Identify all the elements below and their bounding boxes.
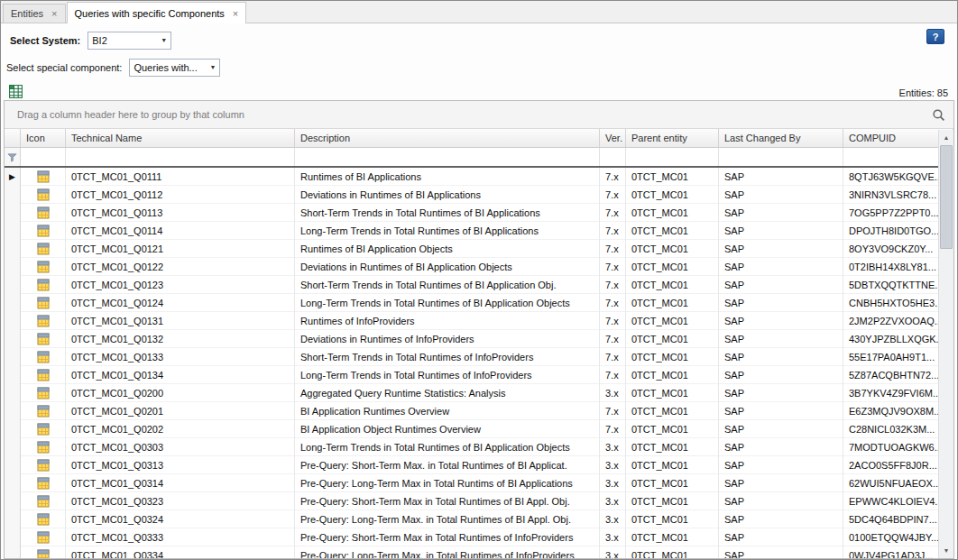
table-row[interactable]: ▶ 0TCT_MC01_Q0112 Deviations in Runtimes… xyxy=(5,186,953,204)
row-indicator: ▶ xyxy=(5,420,21,438)
cell-parent-entity: 0TCT_MC01 xyxy=(626,258,719,276)
cell-compuid: 3B7YKV4Z9FVI6M... xyxy=(843,384,953,402)
column-header-technical-name[interactable]: Technical Name xyxy=(66,129,295,147)
group-by-panel-text: Drag a column header here to group by th… xyxy=(17,109,244,120)
cell-description: Runtimes of InfoProviders xyxy=(295,312,600,330)
scroll-up-icon[interactable]: ▲ xyxy=(939,130,953,145)
cell-version: 7.x xyxy=(600,366,626,384)
header-indicator-cell xyxy=(5,129,21,147)
cell-last-changed-by: SAP xyxy=(719,438,843,456)
tab-queries-close-icon[interactable]: × xyxy=(233,9,238,18)
cell-compuid: CNBH5HXTO5HE3... xyxy=(843,294,953,312)
column-header-version[interactable]: Ver. xyxy=(600,129,626,147)
table-row[interactable]: ▶ 0TCT_MC01_Q0113 Short-Term Trends in T… xyxy=(5,204,953,222)
cell-version: 7.x xyxy=(600,168,626,186)
cell-technical-name: 0TCT_MC01_Q0132 xyxy=(66,330,295,348)
cell-parent-entity: 0TCT_MC01 xyxy=(626,492,719,510)
cell-technical-name: 0TCT_MC01_Q0121 xyxy=(66,240,295,258)
table-row[interactable]: ▶ 0TCT_MC01_Q0333 Pre-Query: Short-Term … xyxy=(5,528,953,546)
tab-queries-with-components[interactable]: Queries with specific Components × xyxy=(67,2,247,23)
component-combo[interactable]: Queries with... ▼ xyxy=(129,59,220,77)
query-icon xyxy=(37,188,50,201)
row-indicator: ▶ xyxy=(5,222,21,240)
cell-description: Long-Term Trends in Total Runtimes of In… xyxy=(295,366,600,384)
table-row[interactable]: ▶ 0TCT_MC01_Q0313 Pre-Query: Short-Term … xyxy=(5,456,953,474)
row-indicator: ▶ xyxy=(5,240,21,258)
group-by-panel[interactable]: Drag a column header here to group by th… xyxy=(5,101,953,129)
table-row[interactable]: ▶ 0TCT_MC01_Q0200 Aggregated Query Runti… xyxy=(5,384,953,402)
filter-cell-version[interactable] xyxy=(600,148,626,166)
table-row[interactable]: ▶ 0TCT_MC01_Q0132 Deviations in Runtimes… xyxy=(5,330,953,348)
table-row[interactable]: ▶ 0TCT_MC01_Q0323 Pre-Query: Short-Term … xyxy=(5,492,953,510)
select-component-row: Select special component: Queries with..… xyxy=(6,58,957,77)
filter-cell-icon[interactable] xyxy=(21,148,66,166)
cell-parent-entity: 0TCT_MC01 xyxy=(626,204,719,222)
table-row[interactable]: ▶ 0TCT_MC01_Q0324 Pre-Query: Long-Term M… xyxy=(5,510,953,528)
cell-technical-name: 0TCT_MC01_Q0131 xyxy=(66,312,295,330)
table-row[interactable]: ▶ 0TCT_MC01_Q0303 Long-Term Trends in To… xyxy=(5,438,953,456)
vertical-scrollbar[interactable]: ▲ ▼ xyxy=(938,130,953,558)
app-window: Entities × Queries with specific Compone… xyxy=(0,0,958,560)
cell-technical-name: 0TCT_MC01_Q0334 xyxy=(66,546,295,558)
search-button[interactable] xyxy=(928,106,948,124)
cell-version: 3.x xyxy=(600,492,626,510)
table-row[interactable]: ▶ 0TCT_MC01_Q0202 BI Application Object … xyxy=(5,420,953,438)
column-header-icon[interactable]: Icon xyxy=(21,129,66,147)
cell-last-changed-by: SAP xyxy=(719,330,843,348)
cell-version: 3.x xyxy=(600,528,626,546)
cell-version: 7.x xyxy=(600,294,626,312)
query-icon xyxy=(37,477,50,490)
cell-parent-entity: 0TCT_MC01 xyxy=(626,402,719,420)
scroll-down-icon[interactable]: ▼ xyxy=(939,543,953,558)
tab-entities[interactable]: Entities × xyxy=(3,4,66,23)
column-header-description[interactable]: Description xyxy=(295,129,600,147)
filter-cell-description[interactable] xyxy=(295,148,600,166)
row-icon-cell xyxy=(21,402,66,420)
cell-last-changed-by: SAP xyxy=(719,258,843,276)
column-header-compuid[interactable]: COMPUID xyxy=(843,129,953,147)
cell-compuid: 7MODTUOAGKW6... xyxy=(843,438,953,456)
cell-version: 3.x xyxy=(600,474,626,492)
cell-last-changed-by: SAP xyxy=(719,366,843,384)
cell-last-changed-by: SAP xyxy=(719,456,843,474)
column-header-parent-entity[interactable]: Parent entity xyxy=(626,129,719,147)
table-row[interactable]: ▶ 0TCT_MC01_Q0111 Runtimes of BI Applica… xyxy=(5,168,953,186)
table-row[interactable]: ▶ 0TCT_MC01_Q0122 Deviations in Runtimes… xyxy=(5,258,953,276)
table-row[interactable]: ▶ 0TCT_MC01_Q0133 Short-Term Trends in T… xyxy=(5,348,953,366)
filter-cell-technical-name[interactable] xyxy=(66,148,295,166)
data-grid: Drag a column header here to group by th… xyxy=(4,100,954,559)
cell-last-changed-by: SAP xyxy=(719,492,843,510)
row-indicator: ▶ xyxy=(5,258,21,276)
filter-cell-last-changed-by[interactable] xyxy=(719,148,843,166)
cell-parent-entity: 0TCT_MC01 xyxy=(626,348,719,366)
export-excel-icon[interactable] xyxy=(8,84,24,100)
column-header-last-changed-by[interactable]: Last Changed By xyxy=(719,129,843,147)
auto-filter-row xyxy=(5,148,953,168)
cell-version: 3.x xyxy=(600,546,626,558)
filter-cell-parent-entity[interactable] xyxy=(626,148,719,166)
table-row[interactable]: ▶ 0TCT_MC01_Q0121 Runtimes of BI Applica… xyxy=(5,240,953,258)
query-icon xyxy=(37,351,50,363)
table-row[interactable]: ▶ 0TCT_MC01_Q0131 Runtimes of InfoProvid… xyxy=(5,312,953,330)
cell-version: 7.x xyxy=(600,420,626,438)
row-icon-cell xyxy=(21,438,66,456)
scrollbar-thumb[interactable] xyxy=(940,145,953,249)
row-icon-cell xyxy=(21,222,66,240)
cell-last-changed-by: SAP xyxy=(719,222,843,240)
table-row[interactable]: ▶ 0TCT_MC01_Q0201 BI Application Runtime… xyxy=(5,402,953,420)
cell-compuid: 2JM2P2ZVXOOAQ... xyxy=(843,312,953,330)
table-row[interactable]: ▶ 0TCT_MC01_Q0114 Long-Term Trends in To… xyxy=(5,222,953,240)
filter-cell-compuid[interactable] xyxy=(843,148,953,166)
table-row[interactable]: ▶ 0TCT_MC01_Q0123 Short-Term Trends in T… xyxy=(5,276,953,294)
cell-parent-entity: 0TCT_MC01 xyxy=(626,168,719,186)
cell-last-changed-by: SAP xyxy=(719,348,843,366)
table-row[interactable]: ▶ 0TCT_MC01_Q0334 Pre-Query: Long-Term M… xyxy=(5,546,953,558)
cell-description: Deviations in Runtimes of InfoProviders xyxy=(295,330,600,348)
table-row[interactable]: ▶ 0TCT_MC01_Q0134 Long-Term Trends in To… xyxy=(5,366,953,384)
help-button[interactable]: ? xyxy=(926,29,944,44)
system-combo[interactable]: BI2 ▼ xyxy=(88,32,171,50)
table-row[interactable]: ▶ 0TCT_MC01_Q0314 Pre-Query: Long-Term M… xyxy=(5,474,953,492)
table-row[interactable]: ▶ 0TCT_MC01_Q0124 Long-Term Trends in To… xyxy=(5,294,953,312)
row-indicator: ▶ xyxy=(5,402,21,420)
tab-entities-close-icon[interactable]: × xyxy=(51,9,57,18)
